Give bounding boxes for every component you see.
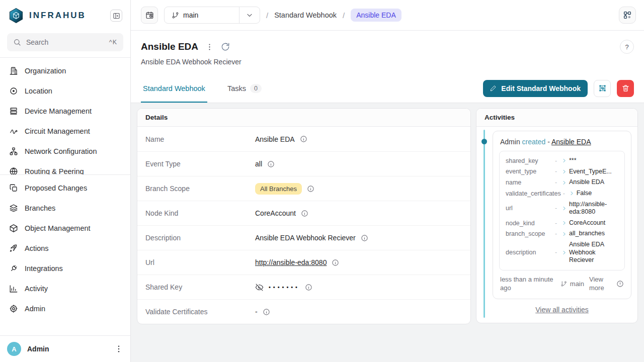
detail-row-url: Url http://ansible-eda:8080 <box>137 250 470 275</box>
url-link[interactable]: http://ansible-eda:8080 <box>255 258 327 266</box>
activity-target-link[interactable]: Ansible EDA <box>551 138 591 146</box>
title-kebab-menu-icon[interactable] <box>205 43 214 51</box>
sidebar-item-label: Location <box>25 87 52 95</box>
info-icon[interactable] <box>267 160 275 168</box>
sidebar-collapse-button[interactable] <box>110 10 122 22</box>
copy-diff-icon <box>9 184 18 193</box>
detail-row-description: Description Ansible EDA Webhook Reciever <box>137 225 470 250</box>
detail-label: Branch Scope <box>145 185 255 193</box>
property-name: shared_key <box>506 157 552 164</box>
edit-button-label: Edit Standard Webhook <box>501 84 581 93</box>
tasks-count-badge: 0 <box>250 84 262 93</box>
detail-value: - <box>255 308 258 316</box>
sidebar-item-network-configuration[interactable]: Network Configuration <box>0 141 130 161</box>
building-icon <box>9 66 18 75</box>
sidebar-item-label: Proposed Changes <box>25 184 87 192</box>
activity-properties: shared_key - *** event_type - Event_Type… <box>499 151 625 270</box>
view-more-link[interactable]: View more <box>589 276 611 293</box>
property-row: description - Ansible EDA Webhook Reciev… <box>505 239 619 266</box>
sidebar-item-label: Object Management <box>25 224 91 232</box>
info-icon[interactable] <box>305 284 312 291</box>
sidebar: INFRAHUB Search ^K Organization Location <box>0 0 131 362</box>
user-menu[interactable]: A Admin <box>0 335 130 362</box>
info-icon[interactable] <box>361 234 368 242</box>
sidebar-item-location[interactable]: Location <box>0 81 130 101</box>
property-name: node_kind <box>506 220 552 227</box>
sidebar-item-object-management[interactable]: Object Management <box>0 218 130 238</box>
branch-selector-value: main <box>165 7 239 23</box>
property-value: Event_TypeE... <box>569 168 618 176</box>
sidebar-item-organization[interactable]: Organization <box>0 61 130 81</box>
activity-timestamp: less than a minute ago <box>500 276 555 293</box>
property-value: Ansible EDA <box>569 178 618 187</box>
help-button[interactable]: ? <box>620 40 634 54</box>
sidebar-item-label: Circuit Management <box>25 127 90 135</box>
property-name: name <box>506 179 552 186</box>
property-name: validate_certificates <box>506 190 561 197</box>
property-previous: - <box>552 157 559 164</box>
search-input[interactable]: Search ^K <box>7 33 123 51</box>
server-icon <box>9 107 18 116</box>
activity-event-footer: less than a minute ago main View more <box>499 270 625 294</box>
chevron-right-icon <box>561 220 567 226</box>
detail-value: Ansible EDA Webhook Reciever <box>255 234 356 242</box>
globe-icon <box>9 167 18 174</box>
chevron-right-icon <box>561 206 567 211</box>
property-value: CoreAccount <box>569 219 618 227</box>
tab-tasks[interactable]: Tasks 0 <box>225 74 264 103</box>
chevron-right-icon <box>569 191 575 196</box>
sidebar-item-circuit-management[interactable]: Circuit Management <box>0 121 130 141</box>
sidebar-item-integrations[interactable]: Integrations <box>0 258 130 279</box>
chevron-right-icon <box>561 158 567 163</box>
breadcrumb-parent[interactable]: Standard Webhook <box>274 11 337 19</box>
date-picker-button[interactable] <box>141 7 158 24</box>
detail-row-branch-scope: Branch Scope All Branches <box>137 176 470 201</box>
property-row: branch_scope - all_branches <box>505 228 619 239</box>
property-previous: - <box>552 230 559 237</box>
tab-standard-webhook[interactable]: Standard Webhook <box>141 74 207 103</box>
property-previous: - <box>561 190 567 197</box>
property-value: *** <box>569 157 618 165</box>
info-icon[interactable] <box>300 135 307 143</box>
eye-off-icon[interactable] <box>255 283 264 292</box>
delete-button[interactable] <box>617 80 634 97</box>
locate-icon <box>9 86 18 96</box>
property-row: event_type - Event_TypeE... <box>505 166 619 177</box>
refresh-icon[interactable] <box>221 42 230 51</box>
sidebar-item-activity[interactable]: Activity <box>0 279 130 299</box>
sidebar-item-label: Actions <box>25 244 49 252</box>
manage-groups-button[interactable] <box>594 80 611 97</box>
sidebar-item-device-management[interactable]: Device Management <box>0 101 130 121</box>
detail-row-event-type: Event Type all <box>137 151 470 176</box>
breadcrumb-separator: / <box>343 11 345 20</box>
page-subtitle: Ansible EDA Webhook Reciever <box>141 58 634 66</box>
sidebar-item-branches[interactable]: Branches <box>0 198 130 218</box>
breadcrumb-separator: / <box>266 11 268 20</box>
view-all-activities-link[interactable]: View all activities <box>535 306 589 314</box>
detail-label: Node Kind <box>145 209 255 217</box>
info-icon[interactable] <box>263 308 270 316</box>
info-icon[interactable] <box>301 210 308 217</box>
sidebar-item-routing-peering[interactable]: Routing & Peering <box>0 161 130 174</box>
group-select-icon <box>598 84 607 93</box>
info-icon[interactable] <box>307 185 314 193</box>
kebab-menu-icon[interactable] <box>114 344 123 353</box>
calendar-clock-icon <box>145 11 154 20</box>
property-row: shared_key - *** <box>505 155 619 166</box>
breadcrumb-current[interactable]: Ansible EDA <box>351 9 401 22</box>
git-branch-icon <box>560 281 567 287</box>
chevron-right-icon <box>561 180 567 186</box>
avatar: A <box>7 342 21 356</box>
search-placeholder: Search <box>26 38 104 46</box>
branch-selector-caret[interactable] <box>239 7 260 23</box>
info-circle-icon[interactable] <box>616 280 624 288</box>
detail-label: Url <box>145 258 255 266</box>
edit-standard-webhook-button[interactable]: Edit Standard Webhook <box>483 80 588 97</box>
sidebar-item-proposed-changes[interactable]: Proposed Changes <box>0 178 130 198</box>
sidebar-item-actions[interactable]: Actions <box>0 238 130 258</box>
detail-label: Description <box>145 234 255 242</box>
sidebar-item-admin[interactable]: Admin <box>0 299 130 319</box>
schema-workflow-button[interactable] <box>619 7 636 24</box>
branch-selector[interactable]: main <box>164 7 260 24</box>
info-icon[interactable] <box>332 259 339 266</box>
